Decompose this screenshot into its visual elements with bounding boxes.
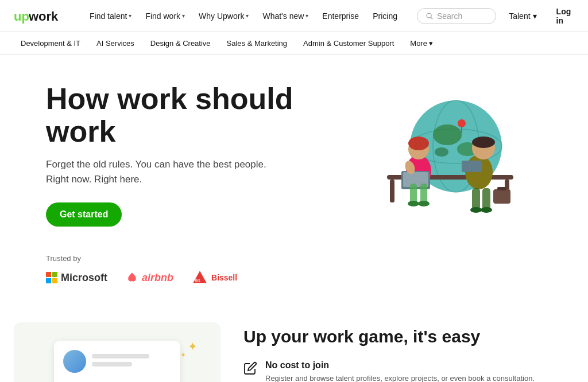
feature-item-join: No cost to join Register and browse tale… [243, 360, 565, 382]
svg-point-33 [470, 207, 482, 213]
features-title: Up your work game, it's easy [243, 327, 565, 346]
trusted-logos: Microsoft airbnb BIS Bissell [46, 270, 542, 286]
trusted-by-section: Trusted by Microsoft airbnb BIS Bis [0, 245, 588, 304]
upwork-logo[interactable]: up work [14, 8, 65, 24]
airbnb-icon [126, 271, 138, 284]
svg-rect-28 [462, 161, 482, 172]
feature-card: In progress Frances submitted work for r… [14, 322, 220, 382]
login-button[interactable]: Log in [550, 3, 583, 29]
svg-point-10 [458, 119, 466, 127]
sec-nav-more[interactable]: More ▾ [403, 37, 440, 50]
svg-point-7 [433, 124, 462, 145]
chevron-down-icon: ▾ [305, 13, 308, 19]
nav-pricing[interactable]: Pricing [367, 8, 403, 24]
svg-point-2 [427, 13, 431, 18]
svg-rect-36 [52, 272, 57, 277]
svg-rect-32 [497, 187, 506, 190]
svg-rect-37 [46, 278, 51, 283]
svg-rect-21 [410, 184, 417, 204]
svg-text:BIS: BIS [195, 279, 200, 283]
svg-rect-29 [472, 188, 480, 210]
svg-point-17 [408, 137, 429, 150]
name-line [92, 354, 149, 358]
avatar [63, 350, 86, 373]
svg-rect-35 [46, 272, 51, 277]
svg-rect-13 [390, 180, 394, 202]
secondary-navigation: Development & IT AI Services Design & Cr… [0, 32, 588, 55]
search-placeholder: Search [437, 11, 462, 21]
sec-nav-admin-customer-support[interactable]: Admin & Customer Support [296, 37, 401, 50]
hero-text: How work should work Forget the old rule… [46, 83, 301, 227]
svg-line-3 [431, 17, 432, 19]
microsoft-icon [46, 272, 57, 283]
hero-svg-illustration [335, 92, 531, 218]
trusted-label: Trusted by [46, 254, 542, 263]
svg-rect-31 [493, 189, 510, 204]
nav-right-actions: Search Talent ▾ Log in Sign up [417, 2, 588, 30]
svg-rect-30 [482, 188, 490, 210]
svg-rect-22 [420, 184, 427, 204]
features-content: Up your work game, it's easy No cost to … [243, 322, 565, 382]
svg-point-23 [408, 201, 419, 206]
hero-title: How work should work [46, 83, 301, 148]
nav-find-talent[interactable]: Find talent ▾ [84, 8, 137, 24]
nav-enterprise[interactable]: Enterprise [316, 8, 365, 24]
sparkle-small-icon: ✦ [180, 351, 186, 359]
chevron-down-icon: ▾ [246, 13, 249, 19]
airbnb-logo: airbnb [126, 271, 173, 284]
sec-nav-development[interactable]: Development & IT [14, 37, 87, 50]
talent-dropdown[interactable]: Talent ▾ [503, 8, 542, 24]
chevron-down-icon: ▾ [429, 39, 433, 48]
nav-find-work[interactable]: Find work ▾ [140, 8, 191, 24]
bissell-icon: BIS [192, 270, 208, 286]
sec-nav-design[interactable]: Design & Creative [144, 37, 218, 50]
sparkle-icon: ✦ [188, 340, 198, 353]
svg-point-24 [418, 201, 430, 206]
sec-nav-ai[interactable]: AI Services [90, 37, 141, 50]
hero-illustration [324, 92, 542, 218]
svg-point-27 [472, 137, 495, 148]
features-section: In progress Frances submitted work for r… [0, 304, 588, 382]
get-started-button[interactable]: Get started [46, 202, 122, 227]
svg-point-9 [435, 147, 448, 157]
microsoft-logo: Microsoft [46, 272, 107, 284]
svg-point-34 [481, 207, 492, 213]
nav-why-upwork[interactable]: Why Upwork ▾ [193, 8, 254, 24]
role-line [92, 362, 132, 367]
chevron-down-icon: ▾ [129, 13, 131, 19]
svg-text:up: up [14, 9, 29, 24]
top-navigation: up work Find talent ▾ Find work ▾ Why Up… [0, 0, 588, 32]
search-icon [425, 12, 434, 20]
bissell-logo: BIS Bissell [192, 270, 237, 286]
chevron-down-icon: ▾ [182, 13, 185, 19]
hero-section: How work should work Forget the old rule… [0, 55, 588, 245]
search-bar[interactable]: Search [417, 8, 496, 24]
pencil-icon [243, 361, 257, 375]
nav-links: Find talent ▾ Find work ▾ Why Upwork ▾ W… [84, 8, 403, 24]
work-card: In progress Frances submitted work for r… [54, 341, 180, 382]
feature-desc-join: Register and browse talent profiles, exp… [265, 373, 535, 382]
sec-nav-sales[interactable]: Sales & Marketing [220, 37, 295, 50]
feature-title-join: No cost to join [265, 360, 535, 371]
hero-subtitle: Forget the old rules. You can have the b… [46, 157, 301, 186]
svg-text:work: work [28, 9, 59, 24]
svg-rect-38 [52, 278, 57, 283]
chevron-down-icon: ▾ [533, 11, 537, 21]
nav-whats-new[interactable]: What's new ▾ [257, 8, 314, 24]
